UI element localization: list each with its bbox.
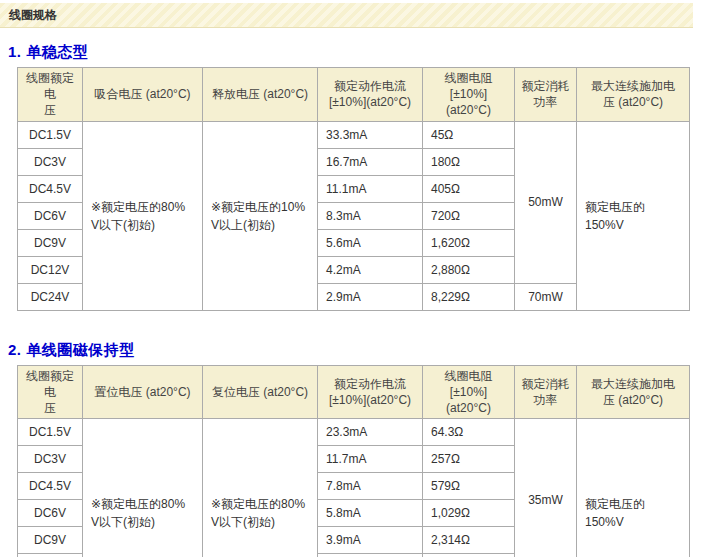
column-header: 置位电压 (at20°C) (83, 365, 203, 419)
table-cell: 33.3mA (318, 121, 423, 148)
table-cell: 1,029Ω (423, 500, 515, 527)
table-cell: ※额定电压的80% V以下(初始) (203, 419, 318, 557)
table-cell: 额定电压的 150%V (577, 121, 690, 310)
table-cell: ※额定电压的80% V以下(初始) (83, 121, 203, 310)
table-cell: 64.3Ω (423, 419, 515, 446)
table-cell: ※额定电压的80% V以下(初始) (83, 419, 203, 557)
table-row: DC1.5V※额定电压的80% V以下(初始)※额定电压的80% V以下(初始)… (18, 419, 690, 446)
column-header: 线圈额定电 压 (18, 365, 83, 419)
table-cell: DC4.5V (18, 473, 83, 500)
column-header: 线圈电阻 [±10%] (at20°C) (423, 365, 515, 419)
table-cell: 16.7mA (318, 148, 423, 175)
column-header: 吸合电压 (at20°C) (83, 68, 203, 122)
table-cell: 23.3mA (318, 419, 423, 446)
header-row: 线圈额定电 压置位电压 (at20°C)复位电压 (at20°C)额定动作电流 … (18, 365, 690, 419)
header-row: 线圈额定电 压吸合电压 (at20°C)释放电压 (at20°C)额定动作电流 … (18, 68, 690, 122)
table-cell: DC9V (18, 527, 83, 554)
table-cell: 5.8mA (318, 500, 423, 527)
section-title-latching: 2. 单线圈磁保持型 (8, 341, 703, 360)
table-cell: 257Ω (423, 446, 515, 473)
table-cell: 4.2mA (318, 256, 423, 283)
table-cell: 405Ω (423, 175, 515, 202)
table-cell: 3.9mA (318, 527, 423, 554)
table-cell: DC12V (18, 554, 83, 557)
table-cell: 720Ω (423, 202, 515, 229)
section-monostable: 1. 单稳态型 线圈额定电 压吸合电压 (at20°C)释放电压 (at20°C… (0, 43, 703, 311)
column-header: 最大连续施加电 压 (at20°C) (577, 365, 690, 419)
table-cell: 2,314Ω (423, 527, 515, 554)
column-header: 额定消耗 功率 (515, 68, 577, 122)
table-cell: DC4.5V (18, 175, 83, 202)
table-cell: DC24V (18, 283, 83, 310)
table-cell: DC12V (18, 256, 83, 283)
table-cell: 7.8mA (318, 473, 423, 500)
table-cell: 8.3mA (318, 202, 423, 229)
column-header: 额定消耗 功率 (515, 365, 577, 419)
table-cell: DC6V (18, 202, 83, 229)
table-cell: 额定电压的 150%V (577, 419, 690, 557)
page-title: 线圈规格 (9, 8, 57, 22)
table-cell: 8,229Ω (423, 283, 515, 310)
column-header: 线圈电阻 [±10%] (at20°C) (423, 68, 515, 122)
latching-spec-table: 线圈额定电 压置位电压 (at20°C)复位电压 (at20°C)额定动作电流 … (17, 365, 690, 557)
section-latching: 2. 单线圈磁保持型 线圈额定电 压置位电压 (at20°C)复位电压 (at2… (0, 341, 703, 557)
table-cell: DC1.5V (18, 419, 83, 446)
table-cell: 579Ω (423, 473, 515, 500)
table-cell: 11.7mA (318, 446, 423, 473)
column-header: 最大连续施加电 压 (at20°C) (577, 68, 690, 122)
table-cell: DC3V (18, 446, 83, 473)
table-cell: DC1.5V (18, 121, 83, 148)
table-cell: 5.6mA (318, 229, 423, 256)
table-cell: DC3V (18, 148, 83, 175)
table-cell: 70mW (515, 283, 577, 310)
column-header: 额定动作电流 [±10%](at20°C) (318, 365, 423, 419)
table-cell: 50mW (515, 121, 577, 283)
section-header-bar: 线圈规格 (0, 3, 693, 28)
column-header: 释放电压 (at20°C) (203, 68, 318, 122)
column-header: 额定动作电流 [±10%](at20°C) (318, 68, 423, 122)
table-cell: 11.1mA (318, 175, 423, 202)
table-cell: 1,620Ω (423, 229, 515, 256)
table-cell: 180Ω (423, 148, 515, 175)
table-cell: 35mW (515, 419, 577, 557)
table-cell: ※额定电压的10% V以上(初始) (203, 121, 318, 310)
column-header: 复位电压 (at20°C) (203, 365, 318, 419)
table-cell: 4,114Ω (423, 554, 515, 557)
table-cell: 2,880Ω (423, 256, 515, 283)
table-cell: DC9V (18, 229, 83, 256)
page: 线圈规格 1. 单稳态型 线圈额定电 压吸合电压 (at20°C)释放电压 (a… (0, 0, 703, 557)
table-row: DC1.5V※额定电压的80% V以下(初始)※额定电压的10% V以上(初始)… (18, 121, 690, 148)
column-header: 线圈额定电 压 (18, 68, 83, 122)
table-cell: 45Ω (423, 121, 515, 148)
table-cell: 2.9mA (318, 283, 423, 310)
table-cell: DC6V (18, 500, 83, 527)
table-cell: 2.9mA (318, 554, 423, 557)
monostable-spec-table: 线圈额定电 压吸合电压 (at20°C)释放电压 (at20°C)额定动作电流 … (17, 67, 690, 311)
section-title-monostable: 1. 单稳态型 (8, 43, 703, 62)
